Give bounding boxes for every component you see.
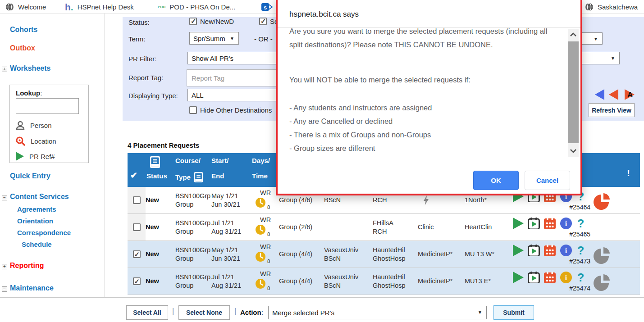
calendar-play-icon[interactable] (528, 272, 540, 283)
bookmark-pod[interactable]: POD POD - PHSA On De... (158, 0, 235, 14)
refresh-view-button[interactable]: Refresh View (589, 103, 635, 117)
pie-chart-icon[interactable] (594, 192, 611, 210)
term-select[interactable]: Spr/Summ (189, 32, 239, 45)
unit-cell: HeartClin (465, 214, 512, 240)
agency-cell: HauntedHilGhostHosp (373, 268, 418, 295)
bookmark-sharepoint[interactable] (261, 0, 273, 14)
group-cell: Group (2/6) (279, 214, 324, 240)
info-icon[interactable]: i (560, 218, 572, 229)
sidebar-item-maintenance[interactable]: Maintenance (10, 284, 54, 292)
info-icon[interactable]: i (560, 245, 572, 256)
status-new-label: New/NewD (200, 18, 234, 25)
sidebar-item-outbox[interactable]: Outbox (10, 44, 35, 52)
pie-cell (593, 214, 640, 240)
lightning-icon (423, 195, 429, 205)
header-alert: ! (627, 168, 630, 178)
pie-cell (593, 241, 640, 268)
unit-cell: MU 13 W* (465, 241, 512, 268)
action-label: Action: (240, 308, 263, 316)
scrollbar-thumb[interactable] (568, 41, 579, 143)
row-checkbox[interactable] (133, 223, 141, 231)
status-sent-checkbox[interactable] (259, 18, 267, 25)
agency-cell: HauntedHilGhostHosp (373, 241, 418, 268)
nav-back-red-icon[interactable] (609, 89, 618, 100)
play-icon[interactable] (512, 218, 524, 229)
sidebar-item-quick-entry[interactable]: Quick Entry (10, 172, 50, 180)
ok-button[interactable]: OK (473, 171, 519, 190)
days-time-cell: WR 8 (252, 268, 279, 295)
status-cell: New (146, 241, 175, 268)
calendar-play-icon[interactable] (528, 245, 540, 256)
status-cell: New (146, 268, 175, 295)
pr-filter-value: Show All PR's (192, 54, 233, 62)
unit-cell: MU13 E* (465, 268, 512, 295)
dialog-bullet: - Any are Cancelled or declined (289, 114, 551, 128)
sidebar-item-cohorts[interactable]: Cohorts (10, 26, 37, 34)
sidebar-item-content-services[interactable]: Content Services (10, 193, 69, 201)
lookup-input[interactable] (16, 98, 79, 114)
calendar-icon[interactable] (544, 272, 556, 283)
calendar-icon[interactable] (544, 245, 556, 256)
action-select[interactable]: Merge selected PR's (268, 306, 487, 319)
pie-chart-icon[interactable] (594, 246, 611, 264)
scroll-up-icon[interactable] (568, 29, 579, 41)
question-icon[interactable]: ? (577, 218, 584, 229)
bookmark-label: Saskatchewa (598, 3, 638, 11)
lookup-location-link[interactable]: Location (16, 135, 56, 147)
pod-icon: POD (158, 5, 165, 9)
clock-icon (256, 225, 265, 235)
collapse-content-services-icon[interactable]: − (2, 195, 7, 200)
row-checkbox[interactable] (133, 196, 141, 204)
pr-ref-number: #25465 (543, 230, 590, 239)
bookmark-saskatchewan[interactable]: Saskatchewa (585, 0, 638, 14)
submit-button[interactable]: Submit (493, 305, 534, 320)
status-new-checkbox[interactable] (189, 18, 197, 25)
bookmark-hspnet-help-desk[interactable]: h. HSPnet Help Desk (65, 0, 134, 14)
service-cell: Clinic (418, 214, 465, 240)
dialog-scrollbar[interactable] (568, 29, 579, 157)
expand-worksheets-icon[interactable]: + (2, 67, 7, 72)
info-icon[interactable]: i (560, 272, 572, 283)
collapse-maintenance-icon[interactable]: − (2, 286, 7, 292)
bookmark-label: HSPnet Help Desk (78, 3, 134, 11)
confirm-dialog: Are you sure you want to merge the selec… (276, 0, 582, 195)
question-icon[interactable]: ? (577, 272, 584, 283)
hspnet-logo-icon: h. (65, 3, 73, 11)
question-icon[interactable]: ? (577, 245, 584, 256)
scroll-down-icon[interactable] (568, 145, 579, 157)
calendar-play-icon[interactable] (528, 218, 540, 229)
hide-other-destinations-checkbox[interactable] (189, 106, 197, 114)
lookup-pr-ref-link[interactable]: PR Ref# (16, 150, 55, 162)
header-time: Time (252, 172, 268, 180)
calendar-icon[interactable] (544, 218, 556, 229)
play-icon[interactable] (512, 245, 524, 256)
row-checkbox[interactable] (133, 277, 141, 285)
sidebar: Cohorts Outbox + Worksheets Lookup: Pers… (0, 14, 105, 322)
pie-chart-icon[interactable] (594, 273, 611, 291)
play-icon[interactable] (512, 272, 524, 283)
sidebar-item-correspondence[interactable]: Correspondence (17, 229, 71, 236)
bookmark-welcome[interactable]: Welcome (5, 0, 46, 14)
sidebar-item-schedule[interactable]: Schedule (22, 240, 52, 248)
dialog-body: Are you sure you want to merge the selec… (278, 0, 580, 194)
table-row: New BSN100GrpGroup Jul 1/21Aug 31/21 WR … (128, 268, 640, 295)
cancel-button[interactable]: Cancel (525, 171, 570, 190)
days-time-cell: WR 8 (252, 187, 279, 213)
header-days: Days/ (252, 157, 270, 164)
or-text: - OR - (254, 35, 273, 43)
agency-cell: FHillsARCH (373, 214, 418, 240)
sidebar-item-orientation[interactable]: Orientation (17, 217, 53, 225)
book-icon (150, 156, 160, 168)
nav-back-blue-icon[interactable] (595, 89, 604, 100)
lookup-person-link[interactable]: Person (16, 119, 52, 131)
select-all-button[interactable]: Select All (126, 305, 168, 320)
dates-cell: May 1/21Jun 30/21 (211, 187, 252, 213)
row-checkbox[interactable] (133, 250, 141, 258)
select-none-button[interactable]: Select None (178, 305, 230, 320)
expand-reporting-icon[interactable]: + (2, 264, 7, 269)
hide-other-destinations-label: Hide Other Destinations (200, 106, 272, 114)
sidebar-item-reporting[interactable]: Reporting (10, 262, 44, 270)
sidebar-item-worksheets[interactable]: Worksheets (10, 64, 50, 73)
sidebar-item-agreements[interactable]: Agreements (17, 205, 56, 213)
service-cell: MedicineIP* (418, 241, 465, 268)
